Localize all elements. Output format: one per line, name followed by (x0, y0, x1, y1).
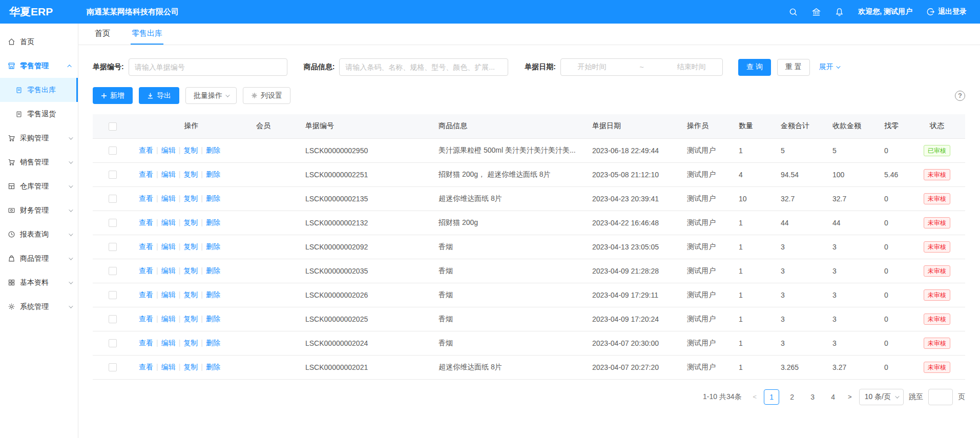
divider: | (201, 194, 203, 202)
chevron-down-icon (836, 64, 840, 68)
sidebar-item-retail-return[interactable]: 零售退货 (0, 102, 78, 126)
row-checkbox[interactable] (109, 195, 117, 203)
delete-link[interactable]: 删除 (206, 170, 220, 178)
bill-no-input[interactable] (129, 58, 287, 76)
row-checkbox[interactable] (109, 291, 117, 299)
copy-link[interactable]: 复制 (183, 339, 198, 347)
view-link[interactable]: 查看 (139, 339, 153, 347)
sidebar-item-home[interactable]: 首页 (0, 30, 78, 54)
header-qty: 数量 (733, 114, 775, 138)
page-size-select[interactable]: 10 条/页 (859, 389, 904, 405)
add-button[interactable]: 新增 (93, 87, 133, 104)
delete-link[interactable]: 删除 (206, 146, 220, 154)
export-button[interactable]: 导出 (139, 87, 179, 104)
delete-link[interactable]: 删除 (206, 242, 220, 251)
sidebar-item-goods[interactable]: 商品管理 (0, 246, 78, 270)
date-separator: ~ (639, 63, 643, 71)
delete-link[interactable]: 删除 (206, 266, 220, 275)
sidebar-item-warehouse[interactable]: 仓库管理 (0, 174, 78, 198)
view-link[interactable]: 查看 (139, 315, 153, 323)
edit-link[interactable]: 编辑 (161, 170, 176, 178)
help-icon[interactable]: ? (955, 91, 965, 101)
prev-page-button[interactable]: < (750, 393, 759, 401)
copy-link[interactable]: 复制 (183, 146, 198, 154)
row-checkbox[interactable] (109, 363, 117, 371)
edit-link[interactable]: 编辑 (161, 363, 176, 371)
sidebar-item-finance[interactable]: 财务管理 (0, 198, 78, 222)
view-link[interactable]: 查看 (139, 290, 153, 299)
date-cell: 2023-04-22 16:46:48 (586, 211, 681, 235)
edit-link[interactable]: 编辑 (161, 194, 176, 202)
reset-button[interactable]: 重 置 (777, 59, 810, 76)
date-range-picker[interactable]: 开始时间 ~ 结束时间 (560, 58, 723, 76)
next-page-button[interactable]: > (846, 393, 854, 401)
view-link[interactable]: 查看 (139, 363, 153, 371)
edit-link[interactable]: 编辑 (161, 146, 176, 154)
member-cell (250, 331, 299, 355)
copy-link[interactable]: 复制 (183, 315, 198, 323)
copy-link[interactable]: 复制 (183, 218, 198, 226)
view-link[interactable]: 查看 (139, 146, 153, 154)
table-row: 查看|编辑|复制|删除 LSCK00000002135 超迷你维达面纸 8片 2… (93, 186, 965, 211)
tab-retail-outbound[interactable]: 零售出库 (131, 24, 163, 45)
sidebar-item-retail-outbound[interactable]: 零售出库 (0, 78, 78, 102)
member-cell (250, 355, 299, 379)
edit-link[interactable]: 编辑 (161, 242, 176, 251)
copy-link[interactable]: 复制 (183, 170, 198, 178)
row-checkbox[interactable] (109, 339, 117, 347)
row-checkbox[interactable] (109, 171, 117, 179)
search-button[interactable]: 查 询 (738, 59, 771, 76)
delete-link[interactable]: 删除 (206, 218, 220, 226)
expand-link[interactable]: 展开 (819, 62, 839, 72)
page-button-1[interactable]: 1 (764, 389, 779, 405)
table-row: 查看|编辑|复制|删除 LSCK00000002950 美汁源果粒橙 500ml… (93, 138, 965, 162)
edit-link[interactable]: 编辑 (161, 266, 176, 275)
delete-link[interactable]: 删除 (206, 315, 220, 323)
sidebar-item-retail[interactable]: 零售管理 (0, 54, 78, 78)
logout-button[interactable]: 退出登录 (927, 7, 967, 16)
view-link[interactable]: 查看 (139, 242, 153, 251)
delete-link[interactable]: 删除 (206, 339, 220, 347)
edit-link[interactable]: 编辑 (161, 339, 176, 347)
view-link[interactable]: 查看 (139, 266, 153, 275)
page-button-4[interactable]: 4 (825, 389, 841, 405)
product-info-input[interactable] (339, 58, 508, 76)
row-checkbox[interactable] (109, 243, 117, 251)
delete-link[interactable]: 删除 (206, 290, 220, 299)
view-link[interactable]: 查看 (139, 170, 153, 178)
delete-link[interactable]: 删除 (206, 194, 220, 202)
bell-icon[interactable] (835, 8, 844, 16)
row-checkbox[interactable] (109, 147, 117, 155)
copy-link[interactable]: 复制 (183, 363, 198, 371)
bank-icon[interactable] (812, 8, 821, 16)
row-checkbox[interactable] (109, 219, 117, 227)
tab-home[interactable]: 首页 (94, 24, 111, 45)
copy-link[interactable]: 复制 (183, 242, 198, 251)
search-icon[interactable] (789, 8, 798, 16)
sidebar-item-sales[interactable]: 销售管理 (0, 150, 78, 174)
sidebar-item-purchase[interactable]: 采购管理 (0, 126, 78, 150)
edit-link[interactable]: 编辑 (161, 218, 176, 226)
page-button-3[interactable]: 3 (805, 389, 820, 405)
jump-page-input[interactable] (928, 389, 953, 405)
edit-link[interactable]: 编辑 (161, 290, 176, 299)
copy-link[interactable]: 复制 (183, 194, 198, 202)
received-cell: 32.7 (826, 186, 878, 211)
row-checkbox[interactable] (109, 267, 117, 275)
batch-actions-button[interactable]: 批量操作 (185, 87, 237, 104)
column-settings-button[interactable]: 列设置 (243, 87, 290, 104)
row-checkbox[interactable] (109, 315, 117, 323)
page-button-2[interactable]: 2 (784, 389, 800, 405)
edit-link[interactable]: 编辑 (161, 315, 176, 323)
view-link[interactable]: 查看 (139, 194, 153, 202)
sidebar-item-basic-data[interactable]: 基本资料 (0, 270, 78, 295)
delete-link[interactable]: 删除 (206, 363, 220, 371)
sidebar-item-system[interactable]: 系统管理 (0, 295, 78, 319)
download-icon (147, 92, 154, 99)
sidebar-item-reports[interactable]: 报表查询 (0, 222, 78, 246)
logout-label: 退出登录 (938, 7, 967, 16)
copy-link[interactable]: 复制 (183, 290, 198, 299)
copy-link[interactable]: 复制 (183, 266, 198, 275)
view-link[interactable]: 查看 (139, 218, 153, 226)
select-all-checkbox[interactable] (109, 122, 117, 131)
